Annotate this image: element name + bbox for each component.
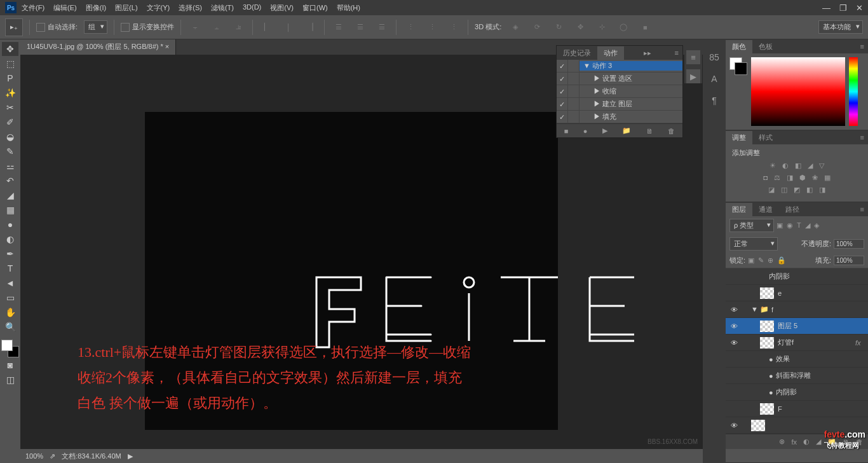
align-right-icon[interactable]: ▕ [302,20,318,35]
layer-visibility-toggle[interactable]: 👁 [726,322,742,330]
action-toggle[interactable]: ✓ [557,98,568,110]
blend-mode-dropdown[interactable]: 正常 [729,237,778,251]
adjustment-icon[interactable]: ◢ [808,162,813,170]
healing-brush-tool[interactable]: ◒ [2,130,18,144]
layer-lock-icon[interactable]: ⊕ [768,256,773,265]
panel-background-color[interactable] [735,62,747,75]
3d-icon-7[interactable]: ■ [637,20,653,35]
layer-name[interactable]: e [778,289,868,297]
blur-tool[interactable]: ● [2,218,18,232]
action-dialog-toggle[interactable] [568,73,580,85]
clone-stamp-tool[interactable]: ⚍ [2,159,18,173]
adjustment-icon[interactable]: ◐ [782,162,789,170]
layers-footer-button[interactable]: ⊗ [779,438,785,446]
maximize-button[interactable]: ❐ [839,3,847,13]
menu-type[interactable]: 文字(Y) [147,3,170,13]
gradient-tool[interactable]: ▦ [2,203,18,217]
layer-visibility-toggle[interactable]: 👁 [726,422,742,429]
menu-image[interactable]: 图像(I) [86,3,106,13]
layer-thumbnail[interactable] [760,337,774,349]
action-item[interactable]: ▶ 设置 选区 [580,74,682,83]
3d-icon-6[interactable]: ◯ [616,20,631,35]
color-swatches[interactable] [1,340,19,357]
align-left-icon[interactable]: ▏ [259,20,275,35]
distribute-hcenter-icon[interactable]: ⋮ [424,20,440,35]
color-swatch-pair[interactable] [729,57,747,75]
action-footer-button[interactable]: 🗎 [646,127,653,135]
layer-lock-icon[interactable]: ▣ [748,256,754,265]
action-dialog-toggle[interactable] [568,111,580,123]
layer-name[interactable]: f [771,306,868,314]
minimize-button[interactable]: — [822,3,831,13]
status-arrow-icon[interactable]: ⇗ [50,452,55,460]
collapsed-panel-paragraph[interactable]: ¶ [712,95,717,106]
layer-filter-icon[interactable]: ◈ [814,221,819,230]
tab-swatches[interactable]: 色板 [752,40,779,53]
adjustment-icon[interactable]: ◨ [819,186,825,194]
action-toggle[interactable]: ✓ [557,85,568,97]
eyedropper-tool[interactable]: ✐ [2,115,18,129]
adjustment-icon[interactable]: ◩ [794,186,800,194]
adjust-panel-menu[interactable]: ≡ [857,134,868,141]
menu-window[interactable]: 窗口(W) [302,3,328,13]
status-chevron-icon[interactable]: ▶ [128,452,133,460]
adjustment-icon[interactable]: ▦ [824,174,831,182]
crop-tool[interactable]: ✂ [2,100,18,114]
action-footer-button[interactable]: ▶ [602,127,607,135]
foreground-color[interactable] [1,340,13,351]
adjustment-icon[interactable]: ⚖ [774,174,780,182]
action-item[interactable]: ▶ 建立 图层 [580,99,682,109]
menu-view[interactable]: 视图(V) [270,3,294,13]
layer-filter-icon[interactable]: ◉ [787,221,793,230]
align-hcenter-icon[interactable]: │ [281,20,296,35]
auto-select-checkbox[interactable]: 自动选择: [36,22,78,32]
type-tool[interactable]: T [2,261,18,275]
quick-mask-toggle[interactable]: ◙ [2,358,18,372]
action-toggle[interactable]: ✓ [557,73,568,85]
opacity-input[interactable] [834,239,864,249]
distribute-right-icon[interactable]: ⋮ [446,20,461,35]
distribute-left-icon[interactable]: ⋮ [403,20,418,35]
menu-3d[interactable]: 3D(D) [243,3,261,13]
layers-panel-menu[interactable]: ≡ [857,205,868,213]
zoom-tool[interactable]: 🔍 [2,320,18,334]
action-footer-button[interactable]: ● [583,127,588,135]
action-toggle[interactable]: ✓ [557,60,568,72]
shape-tool[interactable]: ▭ [2,291,18,305]
action-dialog-toggle[interactable] [568,60,580,72]
tab-color[interactable]: 颜色 [726,40,752,53]
adjustment-icon[interactable]: ◧ [795,162,801,170]
fill-input[interactable] [834,256,864,265]
distribute-bottom-icon[interactable]: ☰ [374,20,390,35]
close-button[interactable]: ✕ [856,3,863,13]
tab-history[interactable]: 历史记录 [557,46,597,60]
magic-wand-tool[interactable]: ✨ [2,86,18,100]
lasso-tool[interactable]: P [2,71,18,85]
collapsed-panel-character[interactable]: A [711,74,717,84]
layer-filter-icon[interactable]: T [797,221,801,230]
menu-select[interactable]: 选择(S) [179,3,202,13]
layer-lock-icon[interactable]: 🔒 [777,256,786,265]
history-brush-tool[interactable]: ↶ [2,174,18,188]
adjustment-icon[interactable]: ◘ [763,174,768,182]
workspace-switcher[interactable]: 基本功能 [818,20,863,34]
layers-footer-button[interactable]: fx [791,438,797,446]
3d-icon-4[interactable]: ✥ [573,20,588,35]
3d-icon-3[interactable]: ↻ [551,20,566,35]
action-item[interactable]: ▶ 填充 [580,112,682,121]
menu-file[interactable]: 文件(F) [22,3,44,13]
brush-tool[interactable]: ✎ [2,144,18,158]
tool-preset-picker[interactable]: ▸₊ [5,18,23,36]
layer-filter-icon[interactable]: ▣ [776,221,783,230]
layer-thumbnail[interactable] [760,287,774,299]
menu-filter[interactable]: 滤镜(T) [211,3,234,13]
layer-thumbnail[interactable] [751,420,765,431]
dodge-tool[interactable]: ◐ [2,232,18,246]
layer-name[interactable]: 图层 5 [778,321,868,331]
menu-layer[interactable]: 图层(L) [115,3,137,13]
action-dialog-toggle[interactable] [568,98,580,110]
align-vcenter-icon[interactable]: ⫠ [209,20,224,35]
adjustment-icon[interactable]: ☀ [770,162,776,170]
layer-visibility-toggle[interactable]: 👁 [726,339,742,347]
layer-filter-icon[interactable]: ◢ [805,221,810,230]
